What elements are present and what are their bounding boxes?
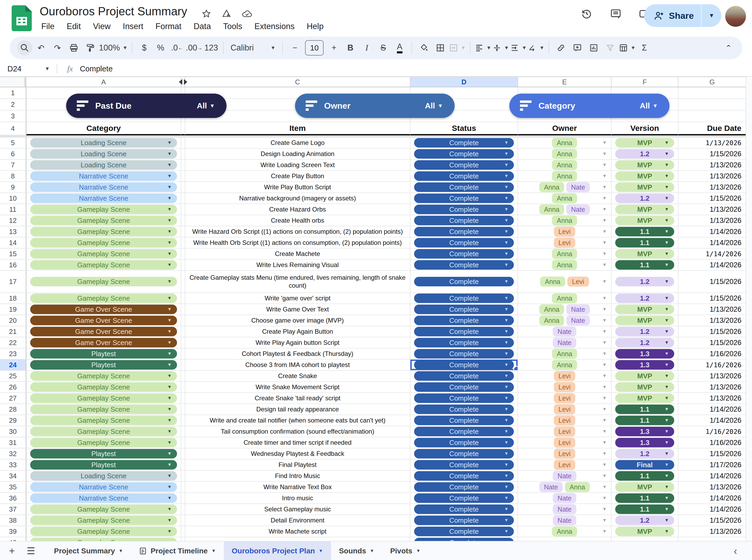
- owner-chip-nate[interactable]: Nate: [566, 204, 590, 215]
- category-cell-29[interactable]: Gameplay Scene▼: [26, 415, 181, 426]
- status-cell-19[interactable]: Complete▼: [410, 304, 518, 315]
- increase-font-size-button[interactable]: +: [326, 40, 342, 56]
- version-dropdown-pill[interactable]: 1.2▼: [615, 194, 674, 203]
- owner-chip-anna[interactable]: Anna: [539, 304, 564, 314]
- filter-icon[interactable]: [602, 40, 618, 56]
- hide-toolbar-icon[interactable]: ⌃: [725, 43, 732, 53]
- item-cell-39[interactable]: Write Machete script: [185, 526, 410, 537]
- version-cell-23[interactable]: 1.3▼: [612, 348, 678, 360]
- cloud-status-icon[interactable]: [242, 9, 252, 19]
- status-dropdown-pill[interactable]: Complete▼: [414, 427, 514, 436]
- status-cell-24[interactable]: Complete▼: [410, 360, 518, 371]
- status-dropdown-pill[interactable]: Complete▼: [414, 394, 514, 403]
- vertical-align-button[interactable]: ▼: [493, 40, 509, 56]
- owner-chip-anna[interactable]: Anna: [552, 216, 577, 225]
- chevron-down-icon[interactable]: ▼: [602, 262, 607, 267]
- menu-view[interactable]: View: [88, 20, 115, 33]
- owner-chip-anna[interactable]: Anna: [552, 149, 577, 159]
- due-date-cell-35[interactable]: 1/13/2026: [678, 482, 746, 493]
- owner-chip-levi[interactable]: Levi: [554, 382, 576, 392]
- category-cell-24[interactable]: Playtest▼: [26, 360, 181, 371]
- version-dropdown-pill[interactable]: 1.2▼: [615, 149, 674, 159]
- menu-format[interactable]: Format: [151, 20, 186, 33]
- version-cell-27[interactable]: MVP▼: [612, 393, 678, 404]
- owner-cell-22[interactable]: Nate▼: [518, 337, 612, 348]
- category-dropdown-pill[interactable]: Gameplay Scene▼: [30, 249, 177, 259]
- owner-chip-anna[interactable]: Anna: [565, 482, 590, 492]
- row-header-33[interactable]: 33: [0, 460, 26, 471]
- owner-cell-35[interactable]: NateAnna▼: [518, 482, 612, 493]
- row-header-19[interactable]: 19: [0, 304, 26, 315]
- menu-help[interactable]: Help: [302, 20, 328, 33]
- category-cell-16[interactable]: Gameplay Scene▼: [26, 260, 181, 271]
- due-date-cell-32[interactable]: 1/15/2026: [678, 448, 746, 460]
- due-date-cell-22[interactable]: 1/15/2026: [678, 337, 746, 348]
- text-rotation-button[interactable]: ▼: [527, 40, 544, 56]
- owner-chip-anna[interactable]: Anna: [552, 193, 577, 203]
- due-date-cell-18[interactable]: 1/15/2026: [678, 293, 746, 304]
- version-dropdown-pill[interactable]: MVP▼: [615, 205, 674, 214]
- version-cell-14[interactable]: 1.1▼: [612, 237, 678, 248]
- category-dropdown-pill[interactable]: Gameplay Scene▼: [30, 527, 177, 536]
- owner-cell-29[interactable]: Levi▼: [518, 415, 612, 426]
- owner-chip-anna[interactable]: Anna: [552, 160, 577, 170]
- item-cell-25[interactable]: Create Snake: [185, 371, 410, 382]
- category-cell-7[interactable]: Loading Scene▼: [26, 160, 181, 171]
- status-cell-7[interactable]: Complete▼: [410, 160, 518, 171]
- category-dropdown-pill[interactable]: Narrative Scene▼: [30, 182, 177, 192]
- due-date-cell-27[interactable]: 1/13/2026: [678, 393, 746, 404]
- due-date-cell-6[interactable]: 1/15/2026: [678, 148, 746, 160]
- version-dropdown-pill[interactable]: 1.1▼: [615, 471, 674, 481]
- owner-cell-21[interactable]: Nate▼: [518, 326, 612, 337]
- chevron-down-icon[interactable]: ▼: [602, 351, 607, 356]
- due-date-cell-13[interactable]: 1/14/2026: [678, 226, 746, 237]
- chevron-down-icon[interactable]: ▼: [602, 329, 607, 334]
- cell-G2[interactable]: [678, 99, 746, 111]
- category-dropdown-pill[interactable]: Gameplay Scene▼: [30, 427, 177, 436]
- status-cell-32[interactable]: Complete▼: [410, 448, 518, 460]
- version-dropdown-pill[interactable]: 1.2▼: [615, 277, 674, 286]
- row-header-24[interactable]: 24: [0, 360, 26, 371]
- version-cell-24[interactable]: 1.3▼: [612, 360, 678, 371]
- cell-G1[interactable]: [678, 87, 746, 99]
- owner-chip-anna[interactable]: Anna: [552, 260, 577, 270]
- status-cell-30[interactable]: Complete▼: [410, 426, 518, 437]
- owner-chip-levi[interactable]: Levi: [554, 438, 576, 448]
- due-date-cell-37[interactable]: 1/14/2026: [678, 504, 746, 515]
- owner-chip-levi[interactable]: Levi: [554, 371, 576, 381]
- status-dropdown-pill[interactable]: Complete▼: [414, 382, 514, 392]
- version-dropdown-pill[interactable]: Final▼: [615, 460, 674, 469]
- status-cell-34[interactable]: Complete▼: [410, 471, 518, 482]
- category-cell-31[interactable]: Gameplay Scene▼: [26, 437, 181, 448]
- version-cell-12[interactable]: MVP▼: [612, 215, 678, 226]
- version-cell-15[interactable]: MVP▼: [612, 248, 678, 260]
- owner-cell-10[interactable]: Anna▼: [518, 193, 612, 204]
- owner-chip-levi[interactable]: Levi: [554, 426, 576, 437]
- sheets-logo-icon[interactable]: [12, 5, 32, 31]
- version-dropdown-pill[interactable]: 1.1▼: [615, 493, 674, 503]
- version-dropdown-pill[interactable]: 1.1▼: [615, 260, 674, 270]
- item-cell-13[interactable]: Write Hazard Orb Script ((1) actions on …: [185, 226, 410, 237]
- status-cell-15[interactable]: Complete▼: [410, 248, 518, 260]
- item-cell-27[interactable]: Create Snake 'tail ready' script: [185, 393, 410, 404]
- owner-cell-5[interactable]: Anna▼: [518, 138, 612, 148]
- due-date-cell-33[interactable]: 1/17/2026: [678, 460, 746, 471]
- owner-cell-13[interactable]: Levi▼: [518, 226, 612, 237]
- insert-comment-icon[interactable]: [570, 40, 585, 56]
- owner-chip-anna[interactable]: Anna: [552, 138, 577, 148]
- horizontal-align-button[interactable]: ▼: [475, 40, 491, 56]
- owner-cell-11[interactable]: AnnaNate▼: [518, 204, 612, 215]
- owner-cell-16[interactable]: Anna▼: [518, 260, 612, 271]
- category-cell-28[interactable]: Gameplay Scene▼: [26, 404, 181, 415]
- owner-cell-27[interactable]: Levi▼: [518, 393, 612, 404]
- category-cell-22[interactable]: Game Over Scene▼: [26, 337, 181, 348]
- owner-cell-30[interactable]: Levi▼: [518, 426, 612, 437]
- item-cell-29[interactable]: Write and create tail notifier (when som…: [185, 415, 410, 426]
- version-dropdown-pill[interactable]: MVP▼: [615, 382, 674, 392]
- filter-chip-owner[interactable]: OwnerAll▼: [295, 94, 455, 118]
- due-date-cell-40[interactable]: [678, 537, 746, 541]
- category-dropdown-pill[interactable]: Game Over Scene▼: [30, 327, 177, 336]
- status-dropdown-pill[interactable]: Complete▼: [414, 171, 514, 181]
- due-date-cell-29[interactable]: 1/14/2026: [678, 415, 746, 426]
- version-cell-18[interactable]: 1.2▼: [612, 293, 678, 304]
